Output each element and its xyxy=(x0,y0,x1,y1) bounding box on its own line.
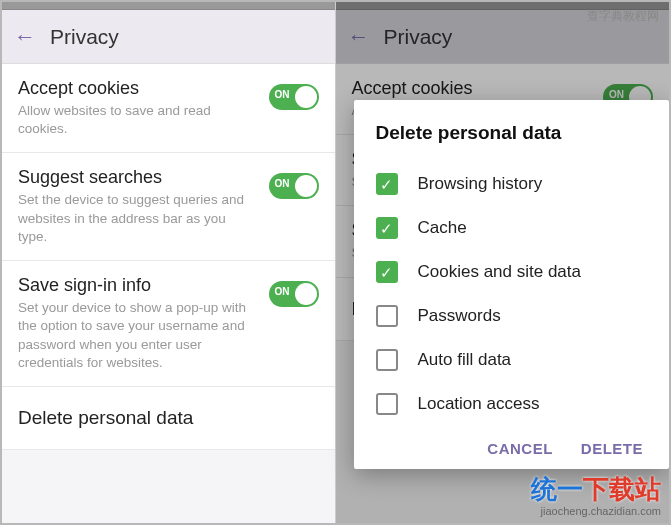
delete-button[interactable]: DELETE xyxy=(581,440,643,457)
setting-desc: Set your device to show a pop-up with th… xyxy=(18,299,259,372)
checkbox-icon[interactable]: ✓ xyxy=(376,217,398,239)
check-label: Location access xyxy=(418,394,540,414)
dialog-title: Delete personal data xyxy=(376,122,648,144)
toggle-knob xyxy=(295,283,317,305)
setting-desc: Allow websites to save and read cookies. xyxy=(18,102,259,138)
toggle-save-signin[interactable]: ON xyxy=(269,281,319,307)
delete-personal-data-row[interactable]: Delete personal data xyxy=(2,387,335,450)
check-label: Passwords xyxy=(418,306,501,326)
check-row-location[interactable]: Location access xyxy=(376,382,648,426)
checkbox-icon[interactable] xyxy=(376,305,398,327)
checkmark-icon: ✓ xyxy=(380,221,393,236)
cancel-button[interactable]: CANCEL xyxy=(487,440,553,457)
privacy-settings-screen: ← Privacy Accept cookies Allow websites … xyxy=(2,2,336,523)
settings-list: Accept cookies Allow websites to save an… xyxy=(2,64,335,450)
toggle-knob xyxy=(295,86,317,108)
check-label: Browsing history xyxy=(418,174,543,194)
privacy-delete-dialog-screen: ← Privacy Accept cookies Al ON S Se we xyxy=(336,2,670,523)
check-row-passwords[interactable]: Passwords xyxy=(376,294,648,338)
dialog-actions: CANCEL DELETE xyxy=(376,440,648,457)
check-row-autofill[interactable]: Auto fill data xyxy=(376,338,648,382)
header-bar: ← Privacy xyxy=(2,10,335,64)
checkbox-icon[interactable] xyxy=(376,393,398,415)
toggle-suggest-searches[interactable]: ON xyxy=(269,173,319,199)
toggle-on-label: ON xyxy=(275,286,290,297)
status-bar xyxy=(2,2,335,10)
back-arrow-icon[interactable]: ← xyxy=(14,24,36,50)
check-label: Cookies and site data xyxy=(418,262,582,282)
checkmark-icon: ✓ xyxy=(380,265,393,280)
delete-personal-data-dialog: Delete personal data ✓ Browsing history … xyxy=(354,100,670,469)
toggle-on-label: ON xyxy=(275,89,290,100)
setting-accept-cookies[interactable]: Accept cookies Allow websites to save an… xyxy=(2,64,335,153)
setting-title: Accept cookies xyxy=(18,78,259,99)
toggle-accept-cookies[interactable]: ON xyxy=(269,84,319,110)
toggle-on-label: ON xyxy=(275,178,290,189)
setting-title: Save sign-in info xyxy=(18,275,259,296)
check-row-cookies[interactable]: ✓ Cookies and site data xyxy=(376,250,648,294)
checkbox-icon[interactable]: ✓ xyxy=(376,173,398,195)
setting-title: Suggest searches xyxy=(18,167,259,188)
check-row-browsing-history[interactable]: ✓ Browsing history xyxy=(376,162,648,206)
checkmark-icon: ✓ xyxy=(380,177,393,192)
check-label: Auto fill data xyxy=(418,350,512,370)
setting-desc: Set the device to suggest queries and we… xyxy=(18,191,259,246)
empty-area xyxy=(2,450,335,523)
setting-suggest-searches[interactable]: Suggest searches Set the device to sugge… xyxy=(2,153,335,261)
page-title: Privacy xyxy=(50,25,119,49)
check-label: Cache xyxy=(418,218,467,238)
check-row-cache[interactable]: ✓ Cache xyxy=(376,206,648,250)
checkbox-icon[interactable] xyxy=(376,349,398,371)
setting-save-signin[interactable]: Save sign-in info Set your device to sho… xyxy=(2,261,335,387)
delete-label: Delete personal data xyxy=(18,407,193,428)
toggle-knob xyxy=(295,175,317,197)
checkbox-icon[interactable]: ✓ xyxy=(376,261,398,283)
